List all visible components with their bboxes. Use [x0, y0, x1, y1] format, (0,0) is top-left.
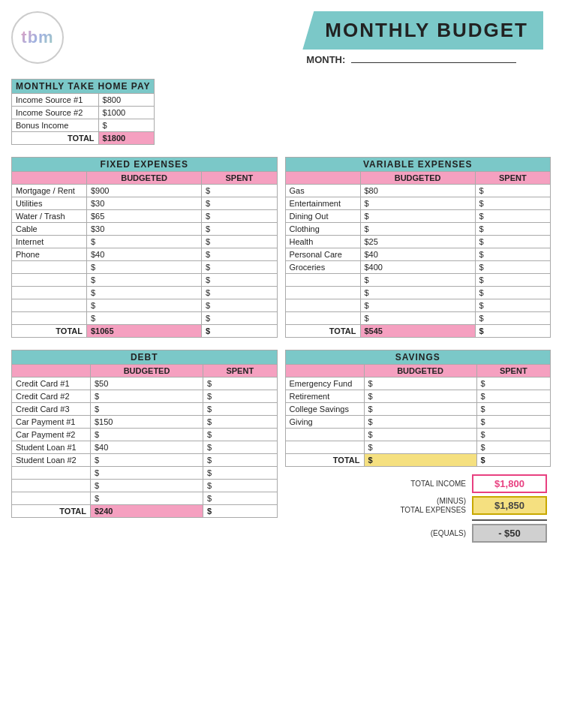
total-expenses-label: (MINUS) TOTAL EXPENSES — [400, 497, 466, 515]
variable-budgeted-5: $40 — [360, 248, 475, 261]
fixed-total-spent: $ — [202, 325, 277, 338]
variable-row-10: $ $ — [285, 312, 551, 325]
fixed-row-4: Internet $ $ — [12, 236, 278, 248]
debt-sub-header: BUDGETED SPENT — [12, 365, 278, 378]
fixed-label-8 — [12, 287, 87, 299]
page-header: tbm MONTHLY BUDGET MONTH: — [11, 11, 551, 65]
fixed-col-spent: SPENT — [202, 172, 277, 185]
variable-total-label: TOTAL — [285, 325, 360, 338]
month-line: MONTH: — [302, 54, 543, 65]
savings-budgeted-5: $ — [364, 441, 476, 454]
fixed-label-6 — [12, 261, 87, 274]
debt-spent-0: $ — [203, 378, 277, 390]
fixed-row-5: Phone $40 $ — [12, 248, 278, 261]
title-banner: MONTHLY BUDGET — [302, 11, 543, 50]
summary-block: TOTAL INCOME $1,800 (MINUS) TOTAL EXPENS… — [285, 474, 551, 543]
variable-spent-10: $ — [475, 312, 550, 325]
debt-spent-6: $ — [203, 454, 277, 467]
fixed-total-row: TOTAL $1065 $ — [12, 325, 278, 338]
debt-label-0: Credit Card #1 — [12, 378, 91, 390]
fixed-budgeted-2: $65 — [87, 210, 202, 223]
debt-total-label: TOTAL — [12, 505, 91, 518]
fixed-table: FIXED EXPENSES BUDGETED SPENT Mortgage /… — [11, 157, 278, 338]
fixed-label-9 — [12, 299, 87, 312]
savings-col-spent: SPENT — [476, 365, 550, 378]
fixed-spent-9: $ — [202, 299, 277, 312]
variable-row-3: Clothing $ $ — [285, 223, 551, 236]
fixed-budgeted-6: $ — [87, 261, 202, 274]
income-value-3: $ — [98, 119, 155, 132]
debt-budgeted-8: $ — [91, 480, 203, 492]
fixed-spent-6: $ — [202, 261, 277, 274]
variable-spent-8: $ — [475, 287, 550, 299]
fixed-budgeted-8: $ — [87, 287, 202, 299]
debt-label-4: Car Payment #2 — [12, 429, 91, 441]
variable-row-8: $ $ — [285, 287, 551, 299]
fixed-budgeted-9: $ — [87, 299, 202, 312]
fixed-spent-2: $ — [202, 210, 277, 223]
debt-row-4: Car Payment #2 $ $ — [12, 429, 278, 441]
income-label-2: Income Source #2 — [12, 107, 99, 119]
income-table: MONTHLY TAKE HOME PAY Income Source #1 $… — [11, 79, 155, 145]
fixed-row-3: Cable $30 $ — [12, 223, 278, 236]
debt-label-9 — [12, 492, 91, 505]
variable-spent-7: $ — [475, 274, 550, 287]
savings-row-2: College Savings $ $ — [285, 403, 551, 416]
variable-spent-3: $ — [475, 223, 550, 236]
savings-label-5 — [285, 441, 364, 454]
debt-label-7 — [12, 467, 91, 480]
variable-header: VARIABLE EXPENSES — [285, 158, 551, 172]
debt-col-spent: SPENT — [203, 365, 277, 378]
variable-row-4: Health $25 $ — [285, 236, 551, 248]
fixed-row-2: Water / Trash $65 $ — [12, 210, 278, 223]
fixed-label-4: Internet — [12, 236, 87, 248]
fixed-total-budgeted: $1065 — [87, 325, 202, 338]
debt-row-9: $ $ — [12, 492, 278, 505]
variable-col-spent: SPENT — [475, 172, 550, 185]
fixed-label-2: Water / Trash — [12, 210, 87, 223]
fixed-budgeted-0: $900 — [87, 185, 202, 197]
fixed-budgeted-3: $30 — [87, 223, 202, 236]
variable-row-9: $ $ — [285, 299, 551, 312]
debt-budgeted-5: $40 — [91, 441, 203, 454]
debt-label-2: Credit Card #3 — [12, 403, 91, 416]
variable-header-row: VARIABLE EXPENSES — [285, 158, 551, 172]
income-total-value: $1800 — [98, 132, 155, 145]
fixed-row-10: $ $ — [12, 312, 278, 325]
debt-label-3: Car Payment #1 — [12, 416, 91, 429]
fixed-row-6: $ $ — [12, 261, 278, 274]
variable-budgeted-9: $ — [360, 299, 475, 312]
debt-budgeted-6: $ — [91, 454, 203, 467]
variable-label-6: Groceries — [285, 261, 360, 274]
fixed-budgeted-7: $ — [87, 274, 202, 287]
page-title: MONTHLY BUDGET — [325, 19, 528, 42]
savings-total-label: TOTAL — [285, 454, 364, 467]
variable-budgeted-8: $ — [360, 287, 475, 299]
variable-label-7 — [285, 274, 360, 287]
debt-spent-2: $ — [203, 403, 277, 416]
income-value-2: $1000 — [98, 107, 155, 119]
income-row-3: Bonus Income $ — [12, 119, 155, 132]
total-expenses-line: (MINUS) TOTAL EXPENSES $1,850 — [400, 496, 547, 515]
savings-total-spent: $ — [476, 454, 550, 467]
fixed-total-label: TOTAL — [12, 325, 87, 338]
variable-label-0: Gas — [285, 185, 360, 197]
fixed-budgeted-4: $ — [87, 236, 202, 248]
variable-section: VARIABLE EXPENSES BUDGETED SPENT Gas $80… — [285, 157, 551, 338]
fixed-spent-7: $ — [202, 274, 277, 287]
savings-spent-1: $ — [476, 390, 550, 403]
title-block: MONTHLY BUDGET MONTH: — [302, 11, 551, 65]
debt-spent-8: $ — [203, 480, 277, 492]
fixed-spent-4: $ — [202, 236, 277, 248]
debt-spent-4: $ — [203, 429, 277, 441]
variable-budgeted-2: $ — [360, 210, 475, 223]
debt-label-5: Student Loan #1 — [12, 441, 91, 454]
fixed-budgeted-5: $40 — [87, 248, 202, 261]
debt-budgeted-9: $ — [91, 492, 203, 505]
equals-divider — [472, 519, 547, 521]
variable-row-6: Groceries $400 $ — [285, 261, 551, 274]
debt-budgeted-7: $ — [91, 467, 203, 480]
variable-budgeted-3: $ — [360, 223, 475, 236]
debt-spent-1: $ — [203, 390, 277, 403]
variable-spent-1: $ — [475, 197, 550, 210]
